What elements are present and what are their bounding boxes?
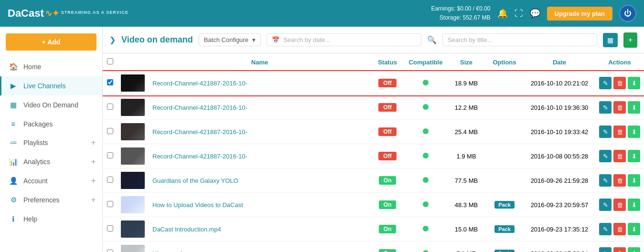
edit-button[interactable]: ✎ — [599, 247, 612, 252]
video-link[interactable]: Hippo.mp4 — [152, 250, 182, 252]
download-button[interactable]: ⬇ — [628, 150, 640, 162]
compatible-dot — [423, 153, 429, 158]
sidebar-item-video-on-demand[interactable]: ▦ Video On Demand — [0, 95, 102, 115]
download-button[interactable]: ⬇ — [628, 77, 640, 89]
col-options: Options — [485, 53, 524, 71]
download-button[interactable]: ⬇ — [628, 223, 640, 235]
row-date-cell: 2016-09-26 21:59:28 — [524, 168, 595, 193]
video-thumbnail — [121, 147, 145, 165]
delete-button[interactable]: 🗑 — [613, 247, 626, 252]
edit-button[interactable]: ✎ — [599, 150, 612, 162]
row-options-cell — [485, 95, 524, 120]
compatible-dot — [423, 80, 429, 85]
delete-button[interactable]: 🗑 — [613, 126, 626, 138]
action-buttons: ✎ 🗑 ⬇ — [599, 150, 640, 162]
row-name-cell: DaCast Introduction.mp4 — [149, 217, 371, 242]
packages-icon: ≡ — [8, 120, 19, 128]
row-checkbox[interactable] — [107, 128, 113, 134]
edit-button[interactable]: ✎ — [599, 77, 612, 89]
row-date-cell: 2016-09-23 20:59:57 — [524, 193, 595, 217]
row-checkbox[interactable] — [107, 225, 113, 231]
row-checkbox[interactable] — [107, 152, 113, 158]
row-options-cell: Pack — [485, 193, 524, 217]
bell-icon[interactable]: 🔔 — [497, 8, 508, 19]
edit-button[interactable]: ✎ — [599, 174, 612, 187]
video-link[interactable]: How to Upload Videos to DaCast — [152, 201, 243, 209]
playlists-plus-icon[interactable]: + — [91, 138, 96, 147]
options-pack-badge: Pack — [494, 225, 515, 233]
delete-button[interactable]: 🗑 — [613, 223, 626, 235]
sidebar-item-live-channels[interactable]: ▶ Live Channels — [0, 76, 102, 95]
logo: DaCast ∿✦ STREAMING AS A SERVICE — [8, 7, 129, 20]
collapse-icon[interactable]: ❯ — [109, 35, 116, 44]
batch-configure-dropdown[interactable]: Batch Configure ▾ — [199, 33, 261, 46]
row-checkbox-cell — [103, 95, 117, 120]
row-size-cell: 48.3 MB — [447, 193, 485, 217]
row-date-cell: 2016-09-22 17:39:24 — [524, 242, 595, 252]
sidebar-item-home[interactable]: 🏠 Home — [0, 57, 102, 76]
grid-view-button[interactable]: ▦ — [603, 33, 618, 47]
sidebar-item-packages[interactable]: ≡ Packages — [0, 115, 102, 133]
upgrade-button[interactable]: Upgrade my plan — [547, 7, 612, 21]
row-name-cell: Record-Channel-421887-2016-10- — [149, 120, 371, 144]
row-checkbox[interactable] — [107, 177, 113, 183]
account-plus-icon[interactable]: + — [91, 177, 96, 185]
video-link[interactable]: DaCast Introduction.mp4 — [152, 226, 221, 233]
sidebar-item-analytics[interactable]: 📊 Analytics + — [0, 152, 102, 171]
delete-button[interactable]: 🗑 — [613, 199, 626, 211]
delete-button[interactable]: 🗑 — [613, 174, 626, 187]
table-row: DaCast Introduction.mp4 On 15.0 MB Pack … — [103, 217, 644, 242]
preferences-plus-icon[interactable]: + — [91, 196, 96, 204]
row-options-cell: Pack — [485, 242, 524, 252]
fullscreen-icon[interactable]: ⛶ — [515, 9, 523, 19]
sidebar-item-label: Packages — [23, 120, 53, 128]
video-link[interactable]: Record-Channel-421887-2016-10- — [152, 80, 247, 87]
edit-button[interactable]: ✎ — [599, 126, 612, 138]
row-checkbox[interactable] — [107, 79, 113, 85]
title-search-container[interactable]: Search by title... — [442, 33, 597, 46]
col-thumb — [117, 53, 149, 71]
analytics-plus-icon[interactable]: + — [91, 158, 96, 166]
sidebar-item-account[interactable]: 👤 Account + — [0, 171, 102, 190]
edit-button[interactable]: ✎ — [599, 223, 612, 235]
delete-button[interactable]: 🗑 — [613, 150, 626, 162]
video-link[interactable]: Guardians of the Galaxy YOLO — [152, 177, 238, 184]
col-actions: Actions — [595, 53, 644, 71]
sidebar-item-label: Home — [23, 63, 41, 71]
download-button[interactable]: ⬇ — [628, 174, 640, 187]
download-button[interactable]: ⬇ — [628, 199, 640, 211]
select-all-checkbox[interactable] — [107, 58, 113, 64]
delete-button[interactable]: 🗑 — [613, 77, 626, 89]
action-buttons: ✎ 🗑 ⬇ — [599, 101, 640, 114]
date-search-container[interactable]: 📅 Search by date... — [267, 33, 421, 46]
row-checkbox[interactable] — [107, 201, 113, 207]
row-options-cell — [485, 120, 524, 144]
row-checkbox[interactable] — [107, 250, 113, 252]
row-thumb-cell — [117, 193, 149, 217]
video-link[interactable]: Record-Channel-421887-2016-10- — [152, 128, 247, 136]
status-badge: On — [379, 225, 397, 233]
preferences-icon: ⚙ — [8, 196, 19, 204]
sidebar-item-preferences[interactable]: ⚙ Preferences + — [0, 190, 102, 210]
content-header: ❯ Video on demand Batch Configure ▾ 📅 Se… — [103, 27, 644, 53]
sidebar-item-playlists[interactable]: ≔ Playlists + — [0, 133, 102, 152]
row-options-cell — [485, 71, 524, 95]
sidebar-item-help[interactable]: ℹ Help — [0, 210, 102, 229]
download-button[interactable]: ⬇ — [628, 101, 640, 114]
download-button[interactable]: ⬇ — [628, 126, 640, 138]
chat-icon[interactable]: 💬 — [530, 8, 540, 19]
power-button[interactable]: ⏻ — [619, 5, 636, 22]
edit-button[interactable]: ✎ — [599, 101, 612, 114]
compatible-dot — [423, 226, 429, 231]
add-content-button[interactable]: + — [623, 32, 637, 48]
video-link[interactable]: Record-Channel-421887-2016-10- — [152, 153, 247, 160]
video-link[interactable]: Record-Channel-421887-2016-10- — [152, 104, 247, 111]
download-button[interactable]: ⬇ — [628, 247, 640, 252]
delete-button[interactable]: 🗑 — [613, 101, 626, 114]
col-size: Size — [447, 53, 485, 71]
sidebar-item-label: Playlists — [23, 139, 48, 147]
edit-button[interactable]: ✎ — [599, 199, 612, 211]
row-actions-cell: ✎ 🗑 ⬇ — [595, 144, 644, 168]
add-button[interactable]: + Add — [6, 33, 97, 51]
row-checkbox[interactable] — [107, 104, 113, 110]
